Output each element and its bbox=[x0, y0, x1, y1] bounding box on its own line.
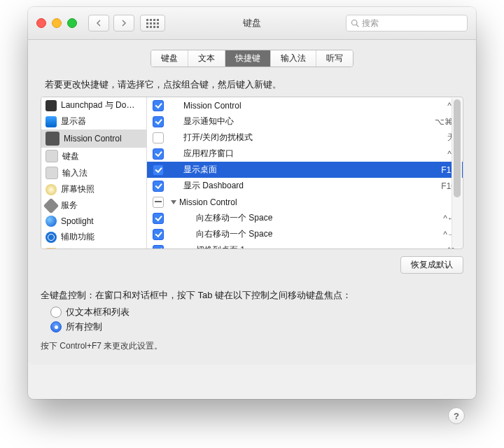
minimize-window-button[interactable] bbox=[52, 18, 62, 28]
shortcut-group-row[interactable]: Mission Control bbox=[147, 194, 463, 210]
checkbox[interactable] bbox=[153, 132, 164, 144]
shortcut-row[interactable]: 向右移动一个 Space^→ bbox=[147, 226, 463, 242]
category-launchpad[interactable]: Launchpad 与 Do… bbox=[41, 97, 146, 113]
shortcut-row[interactable]: 显示 DashboardF10 bbox=[147, 178, 463, 194]
search-placeholder: 搜索 bbox=[362, 18, 379, 29]
tab-input-sources[interactable]: 输入法 bbox=[271, 50, 316, 66]
svg-line-1 bbox=[356, 24, 358, 27]
shortcut-panes: Launchpad 与 Do… 显示器 Mission Control 键盘 输… bbox=[41, 97, 463, 249]
shortcut-row[interactable]: 打开/关闭勿扰模式无 bbox=[147, 130, 463, 146]
checkbox[interactable] bbox=[153, 245, 164, 249]
tab-bar: 键盘 文本 快捷键 输入法 听写 bbox=[41, 50, 463, 67]
disclosure-triangle-icon[interactable] bbox=[171, 200, 176, 204]
search-icon bbox=[351, 19, 359, 27]
hint-text: 按下 Control+F7 来更改此设置。 bbox=[41, 340, 463, 352]
shortcut-row[interactable]: Mission Control^↑ bbox=[147, 97, 463, 113]
category-spotlight[interactable]: Spotlight bbox=[41, 214, 146, 229]
full-keyboard-access-label: 全键盘控制：在窗口和对话框中，按下 Tab 键在以下控制之间移动键盘焦点： bbox=[41, 289, 463, 302]
traffic-lights bbox=[36, 18, 77, 28]
shortcut-row[interactable]: 切换到桌面 1^1 bbox=[147, 242, 463, 248]
shortcut-list[interactable]: Mission Control^↑ 显示通知中心⌥⌘- 打开/关闭勿扰模式无 应… bbox=[147, 97, 463, 248]
category-mission-control[interactable]: Mission Control bbox=[41, 130, 146, 148]
checkbox[interactable] bbox=[153, 197, 164, 208]
titlebar: 键盘 搜索 bbox=[28, 7, 476, 40]
category-keyboard[interactable]: 键盘 bbox=[41, 148, 146, 164]
category-screenshots[interactable]: 屏幕快照 bbox=[41, 181, 146, 197]
show-all-button[interactable] bbox=[140, 15, 165, 31]
category-display[interactable]: 显示器 bbox=[41, 113, 146, 130]
restore-defaults-button[interactable]: 恢复成默认 bbox=[400, 256, 463, 274]
shortcut-row[interactable]: 向左移动一个 Space^← bbox=[147, 210, 463, 226]
zoom-window-button[interactable] bbox=[67, 18, 77, 28]
tab-dictation[interactable]: 听写 bbox=[316, 50, 353, 66]
close-window-button[interactable] bbox=[36, 18, 46, 28]
radio-text-boxes[interactable]: 仅文本框和列表 bbox=[50, 306, 463, 318]
category-list[interactable]: Launchpad 与 Do… 显示器 Mission Control 键盘 输… bbox=[41, 97, 147, 248]
scrollbar-thumb[interactable] bbox=[454, 99, 461, 197]
category-services[interactable]: 服务 bbox=[41, 197, 146, 214]
checkbox[interactable] bbox=[153, 164, 164, 176]
instruction-text: 若要更改快捷键，请选择它，点按组合键，然后键入新键。 bbox=[45, 78, 463, 91]
tab-text[interactable]: 文本 bbox=[188, 50, 225, 66]
tab-keyboard[interactable]: 键盘 bbox=[151, 50, 188, 66]
preferences-window: 键盘 搜索 键盘 文本 快捷键 输入法 听写 若要更改快捷键，请选择它，点按组合… bbox=[28, 7, 476, 365]
forward-button[interactable] bbox=[113, 15, 134, 31]
shortcut-row[interactable]: 应用程序窗口^↓ bbox=[147, 146, 463, 162]
category-app-shortcuts[interactable]: 应用快捷键 bbox=[41, 245, 146, 248]
category-accessibility[interactable]: 辅助功能 bbox=[41, 229, 146, 245]
checkbox[interactable] bbox=[153, 116, 164, 127]
category-input-sources[interactable]: 输入法 bbox=[41, 164, 146, 181]
checkbox[interactable] bbox=[153, 148, 164, 160]
tab-shortcuts[interactable]: 快捷键 bbox=[225, 50, 271, 66]
checkbox[interactable] bbox=[153, 213, 164, 224]
svg-point-0 bbox=[352, 20, 358, 26]
search-field[interactable]: 搜索 bbox=[346, 15, 468, 31]
scrollbar[interactable] bbox=[451, 98, 462, 248]
shortcut-row-selected[interactable]: 显示桌面F11 bbox=[147, 162, 463, 178]
back-button[interactable] bbox=[88, 15, 109, 31]
checkbox[interactable] bbox=[153, 229, 164, 240]
checkbox[interactable] bbox=[153, 100, 164, 111]
radio-all-controls[interactable]: 所有控制 bbox=[50, 321, 463, 333]
help-button[interactable]: ? bbox=[448, 407, 465, 424]
checkbox[interactable] bbox=[153, 181, 164, 192]
shortcut-row[interactable]: 显示通知中心⌥⌘- bbox=[147, 113, 463, 130]
